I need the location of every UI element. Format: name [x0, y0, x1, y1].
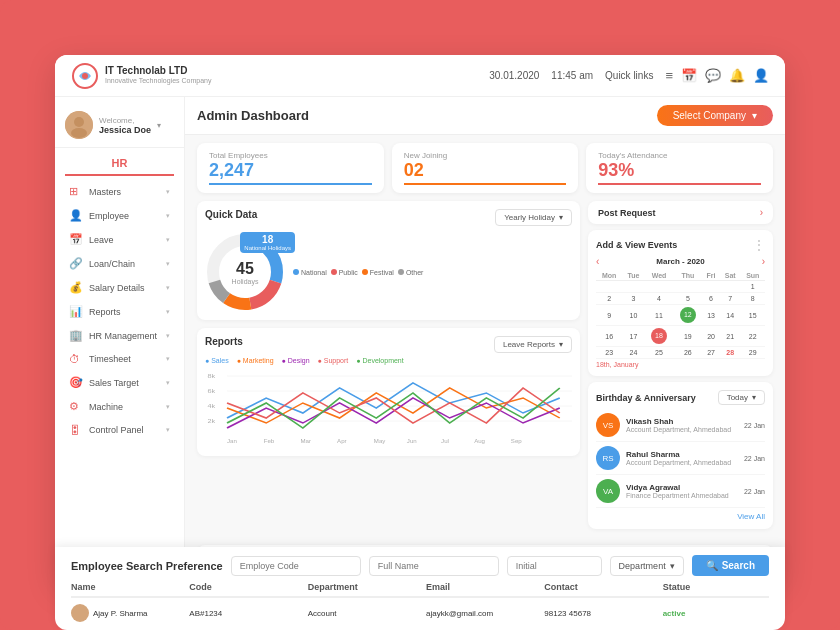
right-column: Post Request › Add & View Events ⋮ ‹	[588, 201, 773, 529]
nav-reports-label: Reports	[89, 307, 121, 317]
cal-cell: 6	[702, 293, 720, 305]
birthday-card: Birthday & Anniversary Today ▾ VS Vikash…	[588, 382, 773, 529]
reports-dropdown[interactable]: Leave Reports ▾	[494, 336, 572, 353]
result-contact-0: 98123 45678	[544, 604, 650, 622]
nav-reports[interactable]: 📊Reports ▾	[59, 300, 180, 323]
nav-sales[interactable]: 🎯Sales Target ▾	[59, 371, 180, 394]
events-card: Add & View Events ⋮ ‹ March - 2020 ›	[588, 230, 773, 376]
nav-hr[interactable]: 🏢HR Management ▾	[59, 324, 180, 347]
cal-next-button[interactable]: ›	[762, 256, 765, 267]
events-header: Add & View Events ⋮	[596, 238, 765, 252]
machine-icon: ⚙	[69, 400, 83, 413]
events-menu-icon[interactable]: ⋮	[753, 238, 765, 252]
cal-prev-button[interactable]: ‹	[596, 256, 599, 267]
result-name-0: Ajay P. Sharma	[71, 604, 177, 622]
nav-machine[interactable]: ⚙Machine ▾	[59, 395, 180, 418]
calendar-icon[interactable]: 📅	[681, 68, 697, 83]
cal-cell	[720, 281, 741, 293]
legend-support: ● Support	[318, 357, 349, 364]
company-sub: Innovative Technologies Company	[105, 77, 212, 85]
nav-employee-label: Employee	[89, 211, 129, 221]
svg-text:Mar: Mar	[300, 439, 311, 444]
results-row-0: Ajay P. Sharma AB#1234 Account ajaykk@gm…	[71, 597, 769, 622]
nav-control-label: Control Panel	[89, 425, 144, 435]
employee-code-input[interactable]	[231, 556, 361, 576]
nav-leave[interactable]: 📅Leave ▾	[59, 228, 180, 251]
department-dropdown[interactable]: Department ▾	[610, 556, 684, 576]
profile-chevron[interactable]: ▾	[157, 121, 161, 130]
bday-item-2: VA Vidya Agrawal Finance Department Ahme…	[596, 475, 765, 508]
menu-icon[interactable]: ≡	[665, 68, 673, 83]
col-dept-header: Department	[308, 582, 414, 592]
salary-chevron: ▾	[166, 284, 170, 292]
left-column: Quick Data Yearly Holiday ▾	[197, 201, 580, 529]
nav-employee[interactable]: 👤Employee ▾	[59, 204, 180, 227]
calendar-nav: ‹ March - 2020 ›	[596, 256, 765, 267]
bday-view-all[interactable]: View All	[596, 512, 765, 521]
cal-cell: 7	[720, 293, 741, 305]
nav-loan[interactable]: 🔗Loan/Chain ▾	[59, 252, 180, 275]
full-name-input[interactable]	[369, 556, 499, 576]
cal-day-wed: Wed	[645, 271, 674, 281]
header-time: 11:45 am	[551, 70, 593, 81]
cal-cell	[622, 281, 644, 293]
notification-icon[interactable]: 🔔	[729, 68, 745, 83]
nav-masters[interactable]: ⊞Masters ▾	[59, 180, 180, 203]
cal-cell: 15	[741, 305, 765, 326]
svg-text:8k: 8k	[207, 373, 215, 379]
calendar-table: Mon Tue Wed Thu Fri Sat Sun	[596, 271, 765, 359]
col-code-header: Code	[189, 582, 295, 592]
cal-cell	[702, 281, 720, 293]
cal-day-mon: Mon	[596, 271, 622, 281]
chat-icon[interactable]: 💬	[705, 68, 721, 83]
nav-masters-label: Masters	[89, 187, 121, 197]
bday-filter-chevron: ▾	[752, 393, 756, 402]
stat-new-joining: New Joining 02	[392, 143, 579, 193]
quick-data-legend: National Public Festival Other	[293, 269, 423, 276]
cal-highlighted: 12	[680, 307, 696, 323]
select-company-button[interactable]: Select Company ▾	[657, 105, 773, 126]
cal-cell: 13	[702, 305, 720, 326]
cal-cell: 3	[622, 293, 644, 305]
post-request-card[interactable]: Post Request ›	[588, 201, 773, 224]
legend-public-label: Public	[339, 269, 358, 276]
hr-chevron: ▾	[166, 332, 170, 340]
salary-icon: 💰	[69, 281, 83, 294]
bday-info-2: Vidya Agrawal Finance Department Ahmedab…	[626, 483, 738, 499]
cal-cell: 17	[622, 326, 644, 347]
sales-chevron: ▾	[166, 379, 170, 387]
svg-text:2k: 2k	[207, 418, 215, 424]
user-icon[interactable]: 👤	[753, 68, 769, 83]
svg-text:Feb: Feb	[264, 439, 275, 444]
nav-timesheet[interactable]: ⏱Timesheet ▾	[59, 348, 180, 370]
nav-salary[interactable]: 💰Salary Details ▾	[59, 276, 180, 299]
nav-salary-label: Salary Details	[89, 283, 145, 293]
cal-cell	[673, 281, 702, 293]
bday-name-0: Vikash Shah	[626, 417, 738, 426]
control-chevron: ▾	[166, 426, 170, 434]
donut-label: Holidays	[232, 278, 259, 285]
nav-control[interactable]: 🎛Control Panel ▾	[59, 419, 180, 441]
header: IT Technolab LTD Innovative Technologies…	[55, 55, 785, 97]
dashboard-card: IT Technolab LTD Innovative Technologies…	[55, 55, 785, 585]
search-btn-label: Search	[722, 560, 755, 571]
bday-dept-0: Account Department, Ahmedabad	[626, 426, 738, 433]
cal-row-4: 16 17 18 19 20 21 22	[596, 326, 765, 347]
cal-cell: 26	[673, 347, 702, 359]
chart-legend: ● Sales ● Marketing ● Design ● Support ●…	[205, 357, 572, 364]
welcome-text: Welcome,	[99, 116, 151, 125]
initial-input[interactable]	[507, 556, 602, 576]
cal-cell: 12	[673, 305, 702, 326]
control-icon: 🎛	[69, 424, 83, 436]
stat-attendance: Today's Attendance 93%	[586, 143, 773, 193]
employee-search-button[interactable]: 🔍 Search	[692, 555, 769, 576]
bday-dept-2: Finance Department Ahmedabad	[626, 492, 738, 499]
legend-sales: ● Sales	[205, 357, 229, 364]
bday-filter-button[interactable]: Today ▾	[718, 390, 765, 405]
bday-header: Birthday & Anniversary Today ▾	[596, 390, 765, 405]
stats-row: Total Employees 2,247 New Joining 02 Tod…	[185, 135, 785, 201]
quick-data-dropdown[interactable]: Yearly Holiday ▾	[495, 209, 572, 226]
nav-loan-label: Loan/Chain	[89, 259, 135, 269]
result-code-0: AB#1234	[189, 604, 295, 622]
stat-total-employees: Total Employees 2,247	[197, 143, 384, 193]
